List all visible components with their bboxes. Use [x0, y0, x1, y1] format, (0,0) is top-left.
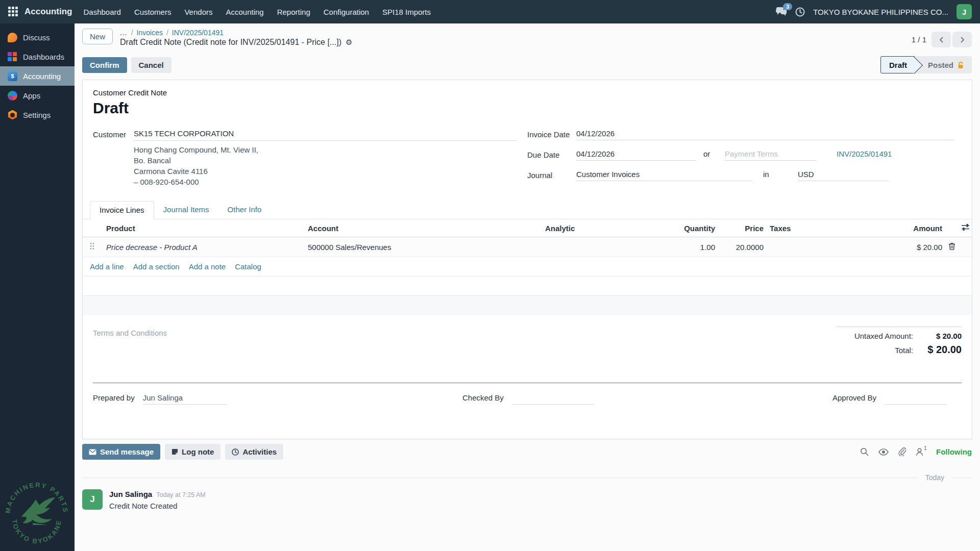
checked-by-field[interactable]: [512, 393, 594, 405]
add-a-line-link[interactable]: Add a line: [90, 262, 124, 271]
status-draft[interactable]: Draft: [880, 56, 915, 73]
cell-quantity[interactable]: 1.00: [665, 237, 718, 257]
menu-vendors[interactable]: Vendors: [184, 8, 212, 16]
drag-handle-icon[interactable]: [90, 243, 94, 252]
note-icon: [172, 448, 178, 455]
accounting-icon: $: [8, 71, 17, 81]
sidebar-item-settings[interactable]: Settings: [0, 105, 75, 124]
cell-analytic[interactable]: [542, 237, 665, 257]
message-timestamp: Today at 7:25 AM: [156, 491, 206, 498]
action-row: Confirm Cancel Draft Posted: [75, 47, 980, 73]
menu-spi18-imports[interactable]: SPI18 Imports: [382, 8, 431, 16]
company-logo-watermark: MACHINERY PARTS TOKYO BYOKANE: [3, 478, 70, 547]
menu-dashboard[interactable]: Dashboard: [84, 8, 121, 16]
eye-icon[interactable]: [878, 448, 889, 456]
app-brand[interactable]: Accounting: [24, 7, 72, 17]
empty-row: [83, 277, 972, 296]
add-a-section-link[interactable]: Add a section: [133, 262, 180, 271]
menu-configuration[interactable]: Configuration: [324, 8, 369, 16]
tab-journal-items[interactable]: Journal Items: [154, 201, 218, 219]
sidebar-item-apps[interactable]: Apps: [0, 86, 75, 105]
pager-next-button[interactable]: [952, 32, 972, 47]
message-avatar[interactable]: J: [82, 489, 103, 510]
col-product[interactable]: Product: [103, 219, 305, 237]
breadcrumb-link-invoices[interactable]: Invoices: [137, 29, 163, 37]
untaxed-amount-value: $ 20.00: [913, 332, 962, 340]
catalog-link[interactable]: Catalog: [235, 262, 261, 271]
table-row[interactable]: Price decrease - Product A 500000 Sales/…: [83, 237, 972, 257]
activity-clock-icon[interactable]: [795, 7, 805, 17]
new-button[interactable]: New: [82, 29, 113, 44]
col-price[interactable]: Price: [718, 219, 767, 237]
following-toggle[interactable]: Following: [936, 447, 972, 456]
menu-customers[interactable]: Customers: [134, 8, 172, 16]
address-line: – 008-920-654-000: [134, 177, 527, 187]
paperclip-icon[interactable]: [898, 447, 906, 456]
cell-amount[interactable]: $ 20.00: [861, 237, 945, 257]
pager-previous-button[interactable]: [932, 32, 951, 47]
menu-accounting[interactable]: Accounting: [226, 8, 263, 16]
empty-row: [83, 296, 972, 315]
address-line: Carmona Cavite 4116: [134, 166, 527, 177]
message-author[interactable]: Jun Salinga: [109, 490, 152, 498]
cell-price[interactable]: 20.0000: [718, 237, 767, 257]
add-a-note-link[interactable]: Add a note: [189, 262, 226, 271]
apps-icon: [8, 91, 17, 101]
terms-and-conditions-field[interactable]: Terms and Conditions: [93, 327, 167, 359]
pager-count: 1 / 1: [912, 35, 926, 44]
user-avatar[interactable]: J: [957, 4, 972, 19]
optional-columns-icon[interactable]: [961, 223, 970, 233]
followers-count: 1: [924, 445, 927, 453]
sidebar: Discuss Dashboards $ Accounting Apps Set…: [0, 23, 75, 551]
invoice-date-field[interactable]: 04/12/2026: [576, 129, 954, 140]
gear-icon[interactable]: ⚙: [346, 38, 352, 47]
col-amount[interactable]: Amount: [861, 219, 945, 237]
payment-terms-field[interactable]: Payment Terms: [725, 149, 817, 161]
cell-taxes[interactable]: [767, 237, 861, 257]
prepared-by-field[interactable]: Jun Salinga: [143, 393, 227, 405]
col-quantity[interactable]: Quantity: [665, 219, 718, 237]
today-divider-label: Today: [925, 473, 944, 482]
apps-grid-icon[interactable]: [8, 7, 18, 17]
status-posted[interactable]: Posted: [915, 61, 972, 69]
cell-account[interactable]: 500000 Sales/Revenues: [305, 237, 542, 257]
col-account[interactable]: Account: [305, 219, 542, 237]
tab-invoice-lines[interactable]: Invoice Lines: [90, 201, 154, 219]
total-value: $ 20.00: [913, 344, 962, 356]
customer-address: Hong Chang Compound, Mt. View II, Bo. Ba…: [134, 144, 527, 187]
log-note-button[interactable]: Log note: [165, 444, 220, 460]
invoice-date-label: Invoice Date: [527, 129, 576, 139]
cell-product[interactable]: Price decrease - Product A: [106, 243, 198, 252]
col-analytic[interactable]: Analytic: [542, 219, 665, 237]
send-message-button[interactable]: Send message: [82, 444, 160, 460]
breadcrumb-link-invoice[interactable]: INV/2025/01491: [172, 29, 224, 37]
untaxed-amount-label: Untaxed Amount:: [854, 332, 913, 340]
due-date-field[interactable]: 04/12/2026: [576, 149, 696, 161]
breadcrumb: ... / Invoices / INV/2025/01491 Draft Cr…: [120, 29, 352, 47]
reversed-entry-link[interactable]: INV/2025/01491: [837, 149, 892, 160]
approved-by-field[interactable]: [885, 393, 947, 405]
cancel-button[interactable]: Cancel: [131, 57, 172, 73]
followers-icon[interactable]: 1: [916, 448, 926, 456]
col-taxes[interactable]: Taxes: [767, 219, 861, 237]
journal-field[interactable]: Customer Invoices: [576, 170, 752, 181]
sidebar-item-accounting[interactable]: $ Accounting: [0, 66, 75, 86]
menu-reporting[interactable]: Reporting: [277, 8, 310, 16]
confirm-button[interactable]: Confirm: [82, 57, 127, 73]
customer-field[interactable]: SK15 TECH CORPORATION: [134, 129, 517, 141]
activities-button[interactable]: Activities: [225, 444, 283, 460]
breadcrumb-ellipsis[interactable]: ...: [120, 29, 128, 37]
due-date-label: Due Date: [527, 149, 576, 159]
sidebar-item-dashboards[interactable]: Dashboards: [0, 47, 75, 66]
total-label: Total:: [895, 346, 913, 355]
sidebar-item-discuss[interactable]: Discuss: [0, 28, 75, 47]
tab-other-info[interactable]: Other Info: [218, 201, 271, 219]
company-name[interactable]: TOKYO BYOKANE PHILIPPINES CO...: [813, 8, 948, 16]
delete-row-icon[interactable]: [948, 243, 955, 252]
sidebar-item-label: Settings: [23, 111, 51, 119]
messages-icon[interactable]: 3: [776, 7, 787, 17]
dashboards-icon: [8, 52, 17, 62]
document-state-title: Draft: [93, 99, 962, 117]
search-messages-icon[interactable]: [860, 447, 869, 456]
currency-field[interactable]: USD: [798, 170, 889, 181]
